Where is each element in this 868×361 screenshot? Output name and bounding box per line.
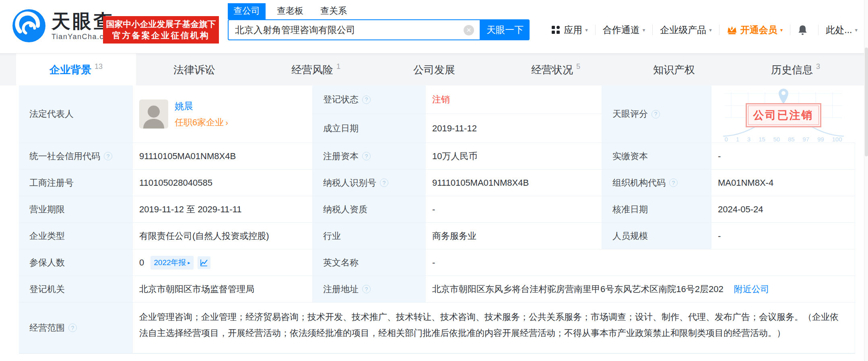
field-industry-value: 商务服务业: [426, 223, 602, 249]
help-icon[interactable]: ?: [380, 178, 388, 187]
value-text: 0: [139, 257, 144, 268]
nav-partner[interactable]: 合作通道 ▾: [603, 24, 645, 36]
tab-label: 法律诉讼: [173, 63, 215, 77]
tick: 97: [802, 136, 809, 143]
chevron-down-icon: ▾: [780, 27, 783, 33]
search-box: ✕: [228, 19, 480, 40]
field-est-date-value: 2019-11-12: [426, 114, 602, 143]
tab-label: 经营风险: [291, 63, 333, 77]
label-text: 法定代表人: [29, 108, 74, 120]
value-text: -: [718, 231, 721, 241]
field-org-code-label: 组织机构代码?: [602, 170, 711, 196]
field-reg-number-label: 工商注册号: [19, 170, 133, 196]
tab-legal-proceedings[interactable]: 法律诉讼: [136, 54, 256, 86]
tick: 0: [725, 136, 728, 143]
field-taxpayer-quality-label: 纳税人资质: [313, 196, 426, 223]
help-icon[interactable]: ?: [104, 152, 112, 160]
field-industry-label: 行业: [313, 223, 426, 249]
search-tabs: 查公司 查老板 查关系: [228, 5, 530, 19]
value-text: 2019-11-12 至 2029-11-11: [139, 203, 241, 216]
legal-rep-avatar[interactable]: [139, 100, 168, 129]
help-glyph: ?: [365, 286, 368, 293]
help-glyph: ?: [383, 180, 386, 186]
nav-apps[interactable]: 应用 ▾: [551, 24, 588, 36]
label-text: 参保人数: [29, 257, 65, 269]
help-icon[interactable]: ?: [68, 324, 77, 332]
help-icon[interactable]: ?: [362, 285, 371, 293]
tab-company-development[interactable]: 公司发展: [376, 54, 496, 86]
tab-operation-status[interactable]: 经营状况5: [496, 54, 616, 86]
field-paid-capital-label: 实缴资本: [602, 143, 711, 170]
tab-count: 13: [95, 62, 103, 71]
nav-enterprise-products[interactable]: 企业级产品 ▾: [660, 24, 712, 36]
label-text: 核准日期: [612, 203, 648, 216]
help-icon[interactable]: ?: [362, 95, 371, 104]
tick: 50: [773, 136, 780, 143]
field-credit-code-value: 91110105MA01NM8X4B: [133, 143, 313, 170]
field-taxpayer-quality-value: -: [426, 196, 602, 223]
search-tab-boss[interactable]: 查老板: [271, 3, 309, 19]
label-text: 统一社会信用代码: [29, 150, 100, 162]
divider: [790, 25, 790, 35]
field-staff-size-value: -: [711, 223, 855, 249]
value-text: 110105028040585: [139, 178, 212, 188]
help-glyph: ?: [365, 153, 368, 160]
legal-rep-companies-link[interactable]: 任职6家企业›: [175, 116, 228, 129]
search-tab-relation[interactable]: 查关系: [315, 3, 353, 19]
value-text: 91110105MA01NM8X4B: [432, 178, 529, 188]
label-text: 工商注册号: [29, 177, 74, 189]
nearby-companies-link[interactable]: 附近公司: [734, 283, 769, 295]
insured-trend-chart-icon[interactable]: [198, 256, 210, 269]
company-info-table: 法定代表人 姚晨 任职6家企业› 登记状态? 注销 成立日期 2019-11-1…: [19, 85, 855, 354]
scrollbar[interactable]: [864, 0, 868, 361]
field-credit-code-label: 统一社会信用代码?: [19, 143, 133, 170]
tab-count: 3: [816, 62, 820, 71]
search-button[interactable]: 天眼一下: [480, 19, 530, 40]
label-text: 英文名称: [323, 257, 359, 269]
value-text: 商务服务业: [432, 230, 476, 242]
nav-partner-label: 合作通道: [603, 24, 640, 36]
tab-label: 企业背景: [49, 63, 91, 77]
notification-bell[interactable]: [798, 25, 811, 35]
gov-badge-line2: 官方备案企业征信机构: [103, 30, 219, 41]
field-reg-capital-label: 注册资本?: [313, 143, 426, 170]
tab-company-background[interactable]: 企业背景13: [16, 54, 136, 86]
search-tab-company[interactable]: 查公司: [228, 3, 266, 19]
help-icon[interactable]: ?: [362, 152, 371, 160]
value-text: 有限责任公司(自然人投资或控股): [139, 230, 269, 242]
caret-right-icon: ▸: [188, 260, 190, 266]
search-input[interactable]: [229, 20, 454, 39]
value-text: -: [432, 257, 435, 268]
scrollbar-thumb[interactable]: [865, 48, 868, 156]
clear-search-icon[interactable]: ✕: [464, 25, 474, 35]
tab-operation-risk[interactable]: 经营风险1: [256, 54, 376, 86]
header-nav: 应用 ▾ 合作通道 ▾ 企业级产品 ▾ 开通会员 ▾: [551, 22, 858, 38]
value-text: 91110105MA01NM8X4B: [139, 151, 236, 162]
divider: [719, 25, 720, 35]
nav-open-vip[interactable]: 开通会员 ▾: [727, 24, 783, 36]
field-paid-capital-value: -: [711, 143, 855, 170]
value-text: 2019-11-12: [432, 123, 477, 134]
help-glyph: ?: [365, 96, 368, 103]
field-approval-date-value: 2024-05-24: [711, 196, 855, 223]
help-icon[interactable]: ?: [669, 178, 678, 187]
help-icon[interactable]: ?: [652, 110, 660, 118]
legal-rep-name-link[interactable]: 姚晨: [175, 100, 228, 112]
value-text: 北京市朝阳区东风乡将台洼村驼房营南里甲6号东风艺术区南院16号2层202: [432, 283, 724, 295]
tab-intellectual-property[interactable]: 知识产权: [616, 54, 736, 86]
label-text: 行业: [323, 230, 341, 242]
field-legal-rep-label: 法定代表人: [19, 85, 133, 143]
chevron-down-icon: ▾: [643, 27, 645, 33]
value-text: -: [718, 151, 721, 162]
annual-report-badge[interactable]: 2022年报▸: [151, 256, 193, 270]
tab-history-info[interactable]: 历史信息3: [736, 54, 856, 86]
tab-count: 1: [336, 62, 340, 71]
logo[interactable]: 天眼查 TianYanCha.com: [12, 9, 115, 43]
tick: 15: [759, 136, 765, 143]
tab-count: 5: [576, 62, 580, 71]
field-insured-count-label: 参保人数: [19, 249, 133, 276]
nav-user-account[interactable]: 此处... ▾: [826, 24, 858, 36]
field-est-date-label: 成立日期: [313, 114, 426, 143]
label-text: 成立日期: [323, 122, 359, 135]
label-text: 纳税人资质: [323, 203, 367, 216]
